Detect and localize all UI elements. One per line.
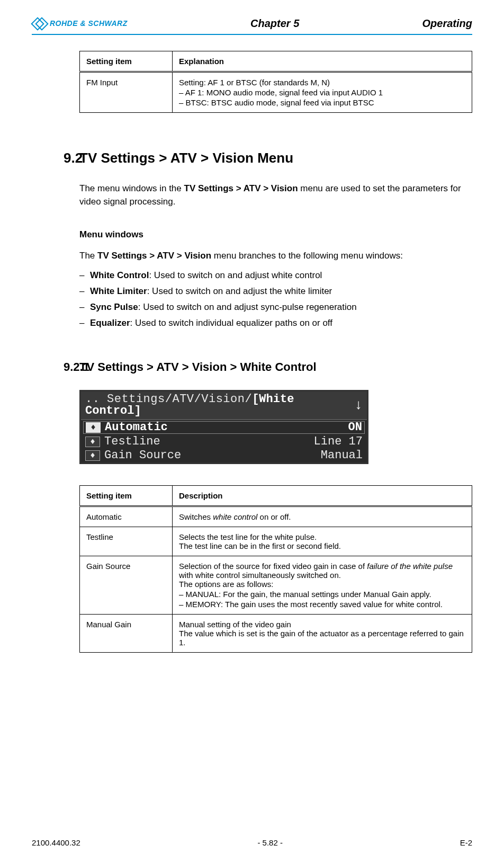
cell-description: Switches white control on or off. [173,506,472,527]
col-setting-item: Setting item [80,485,173,506]
section-label: Operating [422,17,472,30]
heading-9-2-1: 9.2.1 TV Settings > ATV > Vision > White… [32,360,472,374]
brand-text: ROHDE & SCHWARZ [50,19,128,28]
lcd-row-selected-box: ♦ Automatic ON [83,421,365,434]
section-title: TV Settings > ATV > Vision Menu [79,150,472,166]
footer-left: 2100.4400.32 [32,838,80,847]
table-row: Manual Gain Manual setting of the video … [80,614,472,652]
list-item: – Equalizer: Used to switch individual e… [79,318,472,328]
section-number: 9.2 [64,150,83,166]
table-header-row: Setting item Description [80,485,472,506]
menu-windows-list: – White Control: Used to switch on and a… [79,270,472,328]
page-footer: 2100.4400.32 - 5.82 - E-2 [32,838,472,847]
lcd-row: ♦ Automatic ON [84,422,364,433]
col-description: Description [173,485,472,506]
description-bullet: – MANUAL: For the gain, the manual setti… [179,590,465,599]
table-row: FM Input Setting: AF 1 or BTSC (for stan… [80,72,472,113]
cell-explanation: Setting: AF 1 or BTSC (for standards M, … [173,72,472,113]
cell-item: Testline [80,527,173,556]
lcd-value: ON [348,422,362,433]
cell-description: Selection of the source for fixed video … [173,556,472,614]
description-bullet: – MEMORY: The gain uses the most recentl… [179,600,465,609]
lcd-label: Testline [104,436,314,448]
spinner-icon: ♦ [85,450,100,461]
list-item: – White Control: Used to switch on and a… [79,270,472,281]
paragraph: The menu windows in the TV Settings > AT… [79,182,472,208]
list-item: – White Limiter: Used to switch on and a… [79,286,472,297]
lcd-value: Line 17 [314,436,363,448]
page: ROHDE & SCHWARZ Chapter 5 Operating Sett… [0,0,504,863]
spinner-icon: ♦ [85,437,100,447]
explanation-bullet: – AF 1: MONO audio mode, signal feed via… [179,88,465,97]
col-setting-item: Setting item [80,51,173,72]
settings-table-white-control: Setting item Description Automatic Switc… [79,485,472,653]
lcd-value: Manual [321,450,363,461]
page-header: ROHDE & SCHWARZ Chapter 5 Operating [32,16,472,35]
logo-icon [32,16,47,31]
heading-9-2: 9.2 TV Settings > ATV > Vision Menu [32,150,472,166]
section-number: 9.2.1 [64,360,89,374]
cell-item: FM Input [80,72,173,113]
cell-item: Automatic [80,506,173,527]
explanation-bullet: – BTSC: BTSC audio mode, signal feed via… [179,98,465,107]
cell-description: Selects the test line for the white puls… [173,527,472,556]
brand-logo: ROHDE & SCHWARZ [32,16,128,31]
table-row: Gain Source Selection of the source for … [80,556,472,614]
col-explanation: Explanation [173,51,472,72]
lcd-screenshot: .. Settings/ATV/Vision/[White Control] ↓… [79,390,368,464]
footer-center: - 5.82 - [257,838,283,847]
paragraph: The TV Settings > ATV > Vision menu bran… [79,250,472,263]
list-item: – Sync Pulse: Used to switch on and adju… [79,302,472,313]
explanation-line: Setting: AF 1 or BTSC (for standards M, … [179,78,465,87]
sub-heading-menu-windows: Menu windows [79,229,472,240]
section-title: TV Settings > ATV > Vision > White Contr… [79,360,472,374]
cell-item: Manual Gain [80,614,173,652]
spinner-icon: ♦ [86,422,101,433]
footer-right: E-2 [460,838,472,847]
table-header-row: Setting item Explanation [80,51,472,72]
settings-table-fm: Setting item Explanation FM Input Settin… [79,51,472,113]
down-arrow-icon: ↓ [354,398,363,412]
lcd-breadcrumb: .. Settings/ATV/Vision/[White Control] ↓ [81,392,367,420]
chapter-label: Chapter 5 [250,17,299,30]
lcd-label: Automatic [105,422,348,433]
content-area: Setting item Explanation FM Input Settin… [79,51,472,113]
lcd-row: ♦ Gain Source Manual [81,449,367,462]
lcd-label: Gain Source [104,450,321,461]
cell-description: Manual setting of the video gain The val… [173,614,472,652]
table-row: Testline Selects the test line for the w… [80,527,472,556]
lcd-row: ♦ Testline Line 17 [81,435,367,449]
cell-item: Gain Source [80,556,173,614]
table-row: Automatic Switches white control on or o… [80,506,472,527]
